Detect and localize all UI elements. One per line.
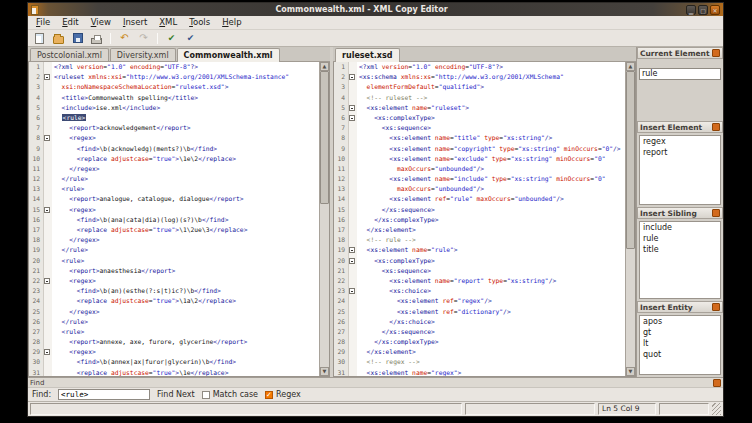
fold-margin[interactable] (44, 72, 52, 82)
code-line[interactable]: 27 </xs:sequence> (334, 327, 625, 337)
code-line[interactable]: 12 </rule> (29, 174, 319, 184)
left-code-area[interactable]: 1<?xml version="1.0" encoding="UTF-8"?>2… (29, 62, 319, 376)
fold-margin[interactable] (349, 103, 357, 113)
undo-button[interactable]: ↶ (116, 31, 133, 46)
list-item[interactable]: regex (640, 136, 720, 147)
code-line[interactable]: 5 <xs:element name="ruleset"> (334, 103, 625, 113)
code-line[interactable]: 20 <xs:complexType> (334, 256, 625, 266)
code-line[interactable]: 30 <!-- regex --> (334, 357, 625, 367)
code-line[interactable]: 26 </rule> (29, 317, 319, 327)
code-line[interactable]: 9 <find>\b(acknowledg)(ments?)\b</find> (29, 144, 319, 154)
tab-commonwealth-xml[interactable]: Commonwealth.xml (177, 48, 280, 62)
tab-ruleset-xsd[interactable]: ruleset.xsd (335, 48, 400, 62)
list-item[interactable]: include (640, 222, 720, 233)
code-line[interactable]: 16 <find>\b(ana|cata|dia)(log)(s?)\b</fi… (29, 215, 319, 225)
code-line[interactable]: 18 <!-- rule --> (334, 235, 625, 245)
scroll-thumb[interactable] (320, 71, 329, 204)
code-line[interactable]: 12 <xs:element name="include" type="xs:s… (334, 174, 625, 184)
fold-margin[interactable] (44, 205, 52, 215)
validate-button[interactable]: ✔ (182, 31, 199, 46)
code-line[interactable]: 19 <xs:element name="rule"> (334, 245, 625, 255)
list-item[interactable]: apos (640, 316, 720, 327)
close-panel-icon[interactable] (712, 303, 720, 311)
code-line[interactable]: 8 <xs:element name="title" type="xs:stri… (334, 133, 625, 143)
menu-tools[interactable]: Tools (183, 16, 216, 29)
code-line[interactable]: 26 </xs:choice> (334, 317, 625, 327)
list-item[interactable]: gt (640, 327, 720, 338)
find-next-button[interactable]: Find Next (157, 390, 195, 399)
minimize-button[interactable]: ▁ (686, 5, 696, 15)
titlebar[interactable]: Commonwealth.xml - XML Copy Editor ▁ ▢ ✕ (28, 3, 723, 16)
menu-xml[interactable]: XML (153, 16, 183, 29)
code-line[interactable]: 15 <regex> (29, 205, 319, 215)
code-line[interactable]: 17 <replace adjustcase="true">\1\2ue\3</… (29, 225, 319, 235)
menu-view[interactable]: View (85, 16, 117, 29)
code-line[interactable]: 21 <report>anaesthesia</report> (29, 266, 319, 276)
fold-margin[interactable] (44, 276, 52, 286)
fold-margin[interactable] (349, 113, 357, 123)
current-element-input[interactable] (639, 68, 721, 80)
code-line[interactable]: 9 <xs:element name="copyright" type="xs:… (334, 144, 625, 154)
code-line[interactable]: 13 <rule> (29, 184, 319, 194)
code-line[interactable]: 14 <report>analogue, catalogue, dialogue… (29, 194, 319, 204)
list-item[interactable]: quot (640, 349, 720, 360)
code-line[interactable]: 23 <find>\b(an)(esthe(?:s|t)ic?)\b</find… (29, 286, 319, 296)
code-line[interactable]: 14 <xs:element ref="rule" maxOccurs="unb… (334, 194, 625, 204)
open-button[interactable] (50, 31, 67, 46)
find-input[interactable] (58, 389, 150, 400)
fold-collapse-icon[interactable] (44, 135, 50, 141)
redo-button[interactable]: ↷ (135, 31, 152, 46)
code-line[interactable]: 3 elementFormDefault="qualified"> (334, 82, 625, 92)
code-line[interactable]: 31 <replace adjustcase="true">\1e</repla… (29, 368, 319, 376)
left-editor[interactable]: 1<?xml version="1.0" encoding="UTF-8"?>2… (28, 62, 330, 377)
save-button[interactable] (69, 31, 86, 46)
code-line[interactable]: 4 <!-- ruleset --> (334, 93, 625, 103)
menu-help[interactable]: Help (216, 16, 247, 29)
code-line[interactable]: 29 </xs:element> (334, 347, 625, 357)
code-line[interactable]: 8 <regex> (29, 133, 319, 143)
code-line[interactable]: 2<ruleset xmlns:xsi="http://www.w3.org/2… (29, 72, 319, 82)
fold-margin[interactable] (349, 286, 357, 296)
resize-grip[interactable] (712, 403, 721, 415)
list-item[interactable]: rule (640, 233, 720, 244)
scroll-up-icon[interactable]: ▲ (626, 62, 635, 71)
fold-collapse-icon[interactable] (349, 74, 355, 80)
code-line[interactable]: 2<xs:schema xmlns:xs="http://www.w3.org/… (334, 72, 625, 82)
code-line[interactable]: 11 </regex> (29, 164, 319, 174)
fold-collapse-icon[interactable] (44, 278, 50, 284)
checkbox-icon[interactable] (265, 391, 273, 399)
list-item[interactable]: report (640, 147, 720, 158)
maximize-button[interactable]: ▢ (698, 5, 708, 15)
code-line[interactable]: 21 <xs:sequence> (334, 266, 625, 276)
new-document-button[interactable] (31, 31, 48, 46)
fold-margin[interactable] (44, 133, 52, 143)
close-panel-icon[interactable] (712, 49, 720, 57)
code-line[interactable]: 16 </xs:complexType> (334, 215, 625, 225)
right-vertical-scrollbar[interactable]: ▲ ▼ (625, 62, 635, 376)
code-line[interactable]: 20 <rule> (29, 256, 319, 266)
fold-collapse-icon[interactable] (349, 258, 355, 264)
code-line[interactable]: 13 maxOccurs="unbounded"/> (334, 184, 625, 194)
fold-collapse-icon[interactable] (349, 288, 355, 294)
code-line[interactable]: 11 maxOccurs="unbounded"/> (334, 164, 625, 174)
scroll-down-icon[interactable]: ▼ (320, 367, 329, 376)
close-button[interactable]: ✕ (710, 5, 720, 15)
code-line[interactable]: 19 </rule> (29, 245, 319, 255)
fold-collapse-icon[interactable] (44, 349, 50, 355)
menu-insert[interactable]: Insert (117, 16, 153, 29)
list-item[interactable]: title (640, 244, 720, 255)
list-item[interactable]: lt (640, 338, 720, 349)
fold-margin[interactable] (349, 72, 357, 82)
code-line[interactable]: 4 <title>Commonwealth spelling</title> (29, 93, 319, 103)
code-line[interactable]: 24 <replace adjustcase="true">\1a\2</rep… (29, 296, 319, 306)
code-line[interactable]: 17 </xs:element> (334, 225, 625, 235)
close-panel-icon[interactable] (712, 123, 720, 131)
code-line[interactable]: 6 <xs:complexType> (334, 113, 625, 123)
code-line[interactable]: 6 <rule> (29, 113, 319, 123)
close-find-icon[interactable] (713, 379, 721, 387)
code-line[interactable]: 22 <xs:element name="report" type="xs:st… (334, 276, 625, 286)
fold-collapse-icon[interactable] (349, 105, 355, 111)
code-line[interactable]: 18 </regex> (29, 235, 319, 245)
code-line[interactable]: 28 <report>annexe, axe, furore, glycerin… (29, 337, 319, 347)
fold-collapse-icon[interactable] (349, 115, 355, 121)
